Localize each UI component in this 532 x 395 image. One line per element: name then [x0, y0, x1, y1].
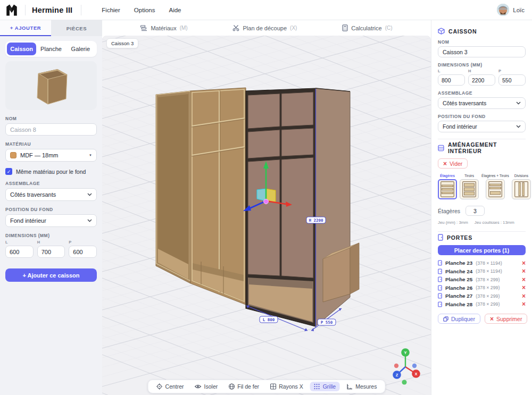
app-window: Hermine III Fichier Options Aide Loïc + …: [0, 0, 532, 395]
cabinet-middle[interactable]: [190, 88, 246, 305]
etageres-count-input[interactable]: [466, 206, 485, 216]
door-item[interactable]: Planche 27 (378 × 299) ×: [438, 292, 526, 300]
axis-y-handle: Y: [401, 348, 410, 357]
segment-planche[interactable]: Planche: [36, 43, 65, 55]
user-account[interactable]: Loïc: [497, 4, 525, 16]
supprimer-button[interactable]: × Supprimer: [485, 314, 527, 324]
position-fond-select[interactable]: Fond intérieur: [5, 214, 97, 227]
remove-door-icon[interactable]: ×: [522, 284, 526, 291]
etageres-count-label: Étagères: [438, 208, 460, 214]
dimension-label-l: L 800: [260, 316, 278, 323]
dim-l-input[interactable]: [5, 246, 34, 258]
target-icon: [156, 383, 163, 390]
drawers-icon: [462, 181, 476, 197]
door-size: (378 × 299): [476, 277, 500, 282]
tab-pieces[interactable]: PIÈCES: [51, 20, 102, 36]
axis-neg-y-dot: [402, 380, 406, 384]
tab-calculatrice[interactable]: Calculatrice (C): [342, 24, 392, 31]
remove-door-icon[interactable]: ×: [522, 260, 526, 266]
tool-rayons-x[interactable]: Rayons X: [266, 382, 307, 391]
door-list: Planche 23 (378 × 1194) × Planche 24 (37…: [438, 259, 526, 308]
assemblage-label: ASSEMBLAGE: [5, 181, 97, 186]
rp-assemblage-label: ASSEMBLAGE: [438, 90, 526, 96]
svg-text:Z: Z: [396, 373, 398, 377]
menu-aide[interactable]: Aide: [169, 7, 181, 13]
dim-h-input[interactable]: [37, 246, 65, 258]
dimension-label-p: P 550: [318, 319, 336, 325]
segment-caisson[interactable]: Caisson: [7, 43, 36, 55]
door-icon: [438, 276, 442, 282]
shelves-drawers-icon: [488, 181, 502, 197]
option-divisions[interactable]: Divisions: [512, 174, 531, 199]
cabinet-left[interactable]: [156, 91, 190, 283]
svg-text:L 800: L 800: [263, 317, 275, 322]
vider-button[interactable]: × Vider: [438, 158, 468, 169]
door-item[interactable]: Planche 23 (378 × 1194) ×: [438, 259, 526, 267]
door-name: Planche 25: [445, 276, 472, 282]
tab-plan-de-decoupe[interactable]: Plan de découpe (X): [232, 24, 297, 31]
door-item[interactable]: Planche 24 (378 × 1194) ×: [438, 267, 526, 276]
selection-chip[interactable]: Caisson 3: [106, 38, 138, 48]
option-tiroirs-label: Tiroirs: [464, 174, 474, 178]
chevron-down-icon: [516, 102, 521, 105]
assemblage-value: Côtés traversants: [10, 191, 87, 198]
divisions-icon: [514, 181, 528, 197]
shelves-icon: [440, 181, 454, 197]
section-divider: [438, 139, 526, 139]
remove-door-icon[interactable]: ×: [522, 293, 526, 299]
segment-galerie[interactable]: Galerie: [66, 43, 95, 55]
door-item[interactable]: Planche 26 (378 × 299) ×: [438, 284, 526, 292]
rp-fond-select[interactable]: Fond intérieur: [438, 121, 526, 132]
rp-dim-p-input[interactable]: [498, 74, 526, 86]
placer-portes-button[interactable]: Placer des portes (1): [438, 245, 526, 255]
tool-grille[interactable]: Grille: [310, 382, 340, 391]
tab-materiaux[interactable]: Matériaux (M): [140, 24, 187, 31]
checkbox-checked-icon[interactable]: ✓: [5, 168, 12, 175]
tool-isoler[interactable]: Isoler: [191, 382, 222, 391]
top-tool-tabs: Matériaux (M) Plan de découpe (X): [102, 20, 431, 36]
tool-fil-de-fer[interactable]: Fil de fer: [225, 382, 263, 391]
dupliquer-button[interactable]: Dupliquer: [438, 314, 480, 324]
dupliquer-label: Dupliquer: [451, 316, 475, 322]
rp-nom-input[interactable]: [438, 46, 526, 57]
rp-dim-l-input[interactable]: [438, 74, 465, 86]
rp-dim-h-input[interactable]: [468, 74, 495, 86]
rp-assemblage-select[interactable]: Côtés traversants: [438, 97, 526, 109]
jeu-coulisses-text: Jeu coulisses : 13mm: [475, 220, 514, 225]
materials-icon: [140, 24, 147, 31]
option-divisions-label: Divisions: [514, 174, 528, 178]
position-fond-value: Fond intérieur: [10, 217, 87, 224]
option-tiroirs[interactable]: Tiroirs: [460, 174, 479, 199]
door-item[interactable]: Planche 28 (378 × 299) ×: [438, 300, 526, 309]
tool-mesures[interactable]: Mesures: [343, 382, 380, 391]
scissors-icon: [232, 24, 239, 31]
remove-door-icon[interactable]: ×: [522, 276, 526, 283]
materiau-select[interactable]: MDF — 18mm ▼: [5, 149, 97, 162]
option-etageres-tiroirs[interactable]: Étagères + Tiroirs: [481, 174, 509, 199]
etageres-count-row: Étagères: [438, 206, 526, 216]
menu-options[interactable]: Options: [134, 7, 155, 13]
left-sidebar: + AJOUTER PIÈCES Caisson Planche Galerie…: [0, 20, 102, 395]
ruler-icon: [346, 383, 353, 390]
add-caisson-button[interactable]: + Ajouter ce caisson: [5, 268, 97, 282]
menu-fichier[interactable]: Fichier: [102, 7, 120, 13]
door-item[interactable]: Planche 25 (378 × 299) ×: [438, 275, 526, 284]
door-name: Planche 26: [445, 285, 472, 291]
assemblage-select[interactable]: Côtés traversants: [5, 188, 97, 201]
door-icon: [438, 260, 442, 266]
tab-ajouter[interactable]: + AJOUTER: [0, 20, 51, 36]
remove-door-icon[interactable]: ×: [522, 301, 526, 307]
rp-nom-label: NOM: [438, 39, 526, 45]
dim-p-input[interactable]: [69, 246, 97, 258]
interior-options: Étagères Tiroirs: [438, 174, 526, 199]
option-etageres[interactable]: Étagères: [438, 174, 457, 199]
nom-input[interactable]: [5, 123, 97, 136]
tool-centrer-label: Centrer: [165, 383, 184, 390]
main-menu: Fichier Options Aide: [102, 7, 181, 13]
3d-viewport[interactable]: H 2200 L 800 P 550: [102, 36, 431, 395]
remove-door-icon[interactable]: ×: [522, 268, 526, 274]
left-tabs: + AJOUTER PIÈCES: [0, 20, 102, 36]
close-icon: ×: [443, 161, 447, 167]
tool-centrer[interactable]: Centrer: [153, 382, 188, 391]
same-material-checkbox-row[interactable]: ✓ Même matériau pour le fond: [5, 168, 97, 175]
